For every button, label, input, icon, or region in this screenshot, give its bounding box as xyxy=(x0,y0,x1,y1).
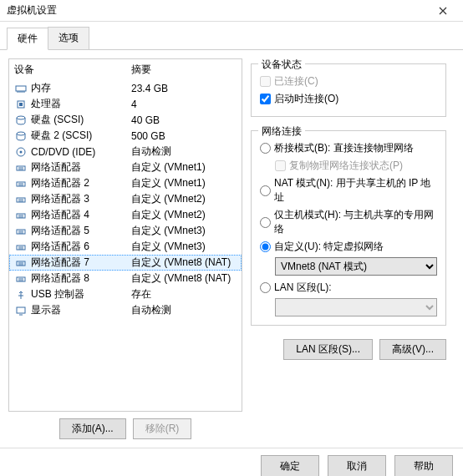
device-summary: 自定义 (VMnet2) xyxy=(131,192,237,206)
device-row[interactable]: 内存23.4 GB xyxy=(9,80,242,96)
replicate-label: 复制物理网络连接状态(P) xyxy=(289,159,403,173)
content: 设备 摘要 内存23.4 GB处理器4硬盘 (SCSI)40 GB硬盘 2 (S… xyxy=(0,50,463,448)
device-name: 网络适配器 xyxy=(31,160,81,175)
titlebar: 虚拟机设置 xyxy=(0,0,463,22)
device-row[interactable]: 硬盘 2 (SCSI)500 GB xyxy=(9,128,242,144)
device-summary: 4 xyxy=(131,99,237,110)
memory-icon xyxy=(14,83,28,94)
device-name: 网络适配器 8 xyxy=(31,271,89,286)
net-icon xyxy=(14,273,28,285)
device-row[interactable]: 网络适配器 2自定义 (VMnet1) xyxy=(9,175,242,191)
device-row[interactable]: 网络适配器 5自定义 (VMnet3) xyxy=(9,223,242,239)
device-name: USB 控制器 xyxy=(31,287,84,301)
connected-label: 已连接(C) xyxy=(274,74,318,89)
net-icon xyxy=(14,225,28,237)
device-row[interactable]: USB 控制器存在 xyxy=(9,286,242,302)
nat-label: NAT 模式(N): 用于共享主机的 IP 地址 xyxy=(274,176,437,205)
advanced-button[interactable]: 高级(V)... xyxy=(379,339,446,360)
svg-point-6 xyxy=(20,150,23,153)
device-list: 设备 摘要 内存23.4 GB处理器4硬盘 (SCSI)40 GB硬盘 2 (S… xyxy=(8,58,242,412)
device-row[interactable]: 网络适配器 3自定义 (VMnet2) xyxy=(9,191,242,207)
close-button[interactable] xyxy=(430,3,456,18)
device-name: 网络适配器 6 xyxy=(31,240,89,254)
device-summary: 500 GB xyxy=(131,130,237,142)
device-summary: 40 GB xyxy=(131,114,237,126)
cpu-icon xyxy=(14,99,28,110)
device-row[interactable]: 处理器4 xyxy=(9,96,242,112)
right-buttons: LAN 区段(S)... 高级(V)... xyxy=(251,339,446,360)
device-summary: 自定义 (VMnet1) xyxy=(131,160,237,175)
lan-segments-button[interactable]: LAN 区段(S)... xyxy=(283,339,373,360)
device-row[interactable]: 网络适配器 4自定义 (VMnet2) xyxy=(9,207,242,223)
right-panel: 设备状态 已连接(C) 启动时连接(O) 网络连接 桥接模式(B): 直接连接物… xyxy=(242,58,455,439)
connect-at-power-checkbox[interactable] xyxy=(260,94,271,104)
cd-icon xyxy=(14,146,28,158)
device-name: 内存 xyxy=(31,81,51,95)
device-summary: 自定义 (VMnet3) xyxy=(131,240,237,254)
device-row[interactable]: 硬盘 (SCSI)40 GB xyxy=(9,112,242,128)
device-status-group: 设备状态 已连接(C) 启动时连接(O) xyxy=(251,63,446,117)
net-icon xyxy=(14,210,28,221)
device-summary: 自定义 (VMnet8 (NAT) xyxy=(131,271,237,286)
cancel-button[interactable]: 取消 xyxy=(328,455,386,476)
left-panel: 设备 摘要 内存23.4 GB处理器4硬盘 (SCSI)40 GB硬盘 2 (S… xyxy=(8,58,242,439)
svg-rect-15 xyxy=(17,307,25,313)
device-row[interactable]: 网络适配器 6自定义 (VMnet3) xyxy=(9,239,242,255)
usb-icon xyxy=(14,289,28,301)
device-summary: 自定义 (VMnet2) xyxy=(131,208,237,222)
device-summary: 自定义 (VMnet3) xyxy=(131,224,237,238)
device-row[interactable]: 网络适配器 7自定义 (VMnet8 (NAT) xyxy=(9,255,242,271)
svg-point-3 xyxy=(17,116,25,119)
device-row[interactable]: CD/DVD (IDE)自动检测 xyxy=(9,144,242,160)
disk-icon xyxy=(14,114,28,126)
hostonly-label: 仅主机模式(H): 与主机共享的专用网络 xyxy=(274,208,437,236)
lan-select[interactable] xyxy=(275,298,437,316)
device-row[interactable]: 显示器自动检测 xyxy=(9,302,242,318)
remove-button[interactable]: 移除(R) xyxy=(133,418,192,439)
lan-radio[interactable] xyxy=(260,282,271,293)
custom-radio[interactable] xyxy=(260,241,271,252)
footer: 确定 取消 帮助 xyxy=(0,448,463,476)
connected-checkbox[interactable] xyxy=(260,76,271,87)
replicate-checkbox xyxy=(275,160,286,171)
tab-hardware[interactable]: 硬件 xyxy=(7,28,48,50)
device-name: 处理器 xyxy=(31,97,61,111)
header-summary: 摘要 xyxy=(131,63,237,77)
device-name: 网络适配器 4 xyxy=(31,208,89,222)
device-name: 硬盘 (SCSI) xyxy=(31,113,84,127)
device-row[interactable]: 网络适配器自定义 (VMnet1) xyxy=(9,160,242,175)
device-name: 网络适配器 3 xyxy=(31,192,89,206)
net-icon xyxy=(14,178,28,190)
connect-at-power-label: 启动时连接(O) xyxy=(274,92,338,106)
close-icon xyxy=(439,7,447,15)
net-icon xyxy=(14,241,28,253)
device-name: 网络适配器 5 xyxy=(31,224,89,238)
add-button[interactable]: 添加(A)... xyxy=(59,418,126,439)
device-summary: 存在 xyxy=(131,287,237,301)
hostonly-radio[interactable] xyxy=(260,217,271,228)
device-row[interactable]: 网络适配器 8自定义 (VMnet8 (NAT) xyxy=(9,271,242,286)
bridged-radio[interactable] xyxy=(260,143,271,154)
svg-rect-2 xyxy=(19,103,23,106)
net-icon xyxy=(14,162,28,174)
device-name: 网络适配器 7 xyxy=(31,256,89,270)
network-group: 网络连接 桥接模式(B): 直接连接物理网络 复制物理网络连接状态(P) NAT… xyxy=(251,130,446,326)
header-device: 设备 xyxy=(14,63,131,77)
svg-rect-0 xyxy=(16,86,26,91)
ok-button[interactable]: 确定 xyxy=(261,455,319,476)
device-summary: 自动检测 xyxy=(131,303,237,317)
tab-options[interactable]: 选项 xyxy=(48,27,89,49)
lan-label: LAN 区段(L): xyxy=(274,281,332,295)
tab-bar: 硬件 选项 xyxy=(0,22,463,50)
help-button[interactable]: 帮助 xyxy=(394,455,453,476)
network-title: 网络连接 xyxy=(258,124,305,139)
device-summary: 23.4 GB xyxy=(131,83,237,94)
svg-point-4 xyxy=(17,132,25,135)
display-icon xyxy=(14,305,28,316)
device-list-header: 设备 摘要 xyxy=(9,59,242,80)
device-summary: 自定义 (VMnet1) xyxy=(131,176,237,190)
nat-radio[interactable] xyxy=(260,185,271,196)
net-icon xyxy=(14,194,28,205)
window-title: 虚拟机设置 xyxy=(7,3,57,18)
custom-select[interactable]: VMnet8 (NAT 模式) xyxy=(275,257,437,276)
